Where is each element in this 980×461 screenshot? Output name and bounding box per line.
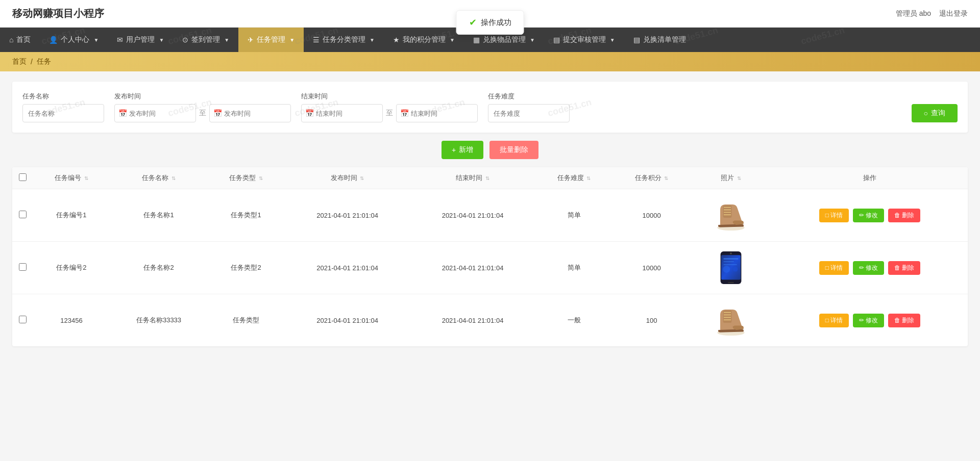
- header-right: 管理员 abo 退出登录: [896, 9, 968, 18]
- svg-rect-13: [724, 261, 734, 262]
- delete-button-1[interactable]: 🗑 删除: [888, 209, 920, 222]
- checkin-icon: ⊙: [182, 36, 188, 44]
- logout-link[interactable]: 退出登录: [939, 9, 968, 18]
- row-checkbox-input-1[interactable]: [19, 211, 27, 218]
- chevron-down-icon-2: ▼: [159, 37, 164, 43]
- svg-rect-11: [728, 282, 734, 283]
- edit-button-1[interactable]: ✏ 修改: [853, 209, 884, 222]
- th-task-name: 任务名称 ⇅: [110, 167, 207, 189]
- task-name-input[interactable]: [22, 104, 104, 122]
- th-score: 任务积分 ⇅: [613, 167, 691, 189]
- sidebar-item-profile[interactable]: 👤 个人中心 ▼: [40, 28, 108, 52]
- app-title: 移动网赚项目小程序: [12, 7, 104, 20]
- end-time-start-input[interactable]: [301, 104, 383, 122]
- breadcrumb-home[interactable]: 首页: [12, 57, 27, 66]
- th-photo: 照片 ⇅: [691, 167, 772, 189]
- cell-publish-time-3: 2021-04-01 21:01:04: [285, 294, 410, 347]
- detail-button-1[interactable]: □ 详情: [819, 209, 849, 222]
- filter-publish-time-label: 发布时间: [114, 92, 291, 101]
- edit-button-3[interactable]: ✏ 修改: [853, 314, 884, 327]
- th-checkbox: [12, 167, 33, 189]
- sort-icon-type: ⇅: [259, 175, 263, 181]
- cell-action-1: □ 详情 ✏ 修改 🗑 删除: [772, 189, 968, 242]
- sidebar-item-task-cat[interactable]: ☰ 任务分类管理 ▼: [304, 28, 384, 52]
- sort-icon-name: ⇅: [172, 175, 176, 181]
- row-checkbox-2: [12, 242, 33, 294]
- chevron-down-icon-8: ▼: [610, 37, 615, 43]
- photo-phone-2: [713, 250, 749, 286]
- search-button-group: x ○ 查询: [912, 93, 958, 122]
- end-time-start-wrap: 📅: [301, 104, 383, 122]
- delete-button-2[interactable]: 🗑 删除: [888, 261, 920, 275]
- search-icon: ○: [924, 109, 928, 117]
- nav-label-score: 我的积分管理: [403, 35, 446, 44]
- detail-button-2[interactable]: □ 详情: [819, 261, 849, 275]
- sort-icon-end: ⇅: [485, 175, 489, 181]
- cell-difficulty-2: 简单: [535, 242, 613, 294]
- exchange-icon: ▦: [473, 36, 480, 44]
- cell-action-2: □ 详情 ✏ 修改 🗑 删除: [772, 242, 968, 294]
- cell-photo-3: [691, 294, 772, 347]
- date-separator-1: 至: [199, 109, 206, 118]
- add-button[interactable]: + 新增: [442, 141, 483, 159]
- sidebar-item-users[interactable]: ✉ 用户管理 ▼: [108, 28, 173, 52]
- cell-task-type-2: 任务类型2: [207, 242, 285, 294]
- sort-icon-id: ⇅: [84, 175, 88, 181]
- date-separator-2: 至: [386, 109, 393, 118]
- breadcrumb-separator: /: [31, 58, 33, 66]
- sidebar-item-signin[interactable]: ⊙ 签到管理 ▼: [173, 28, 238, 52]
- filter-difficulty-group: 任务难度: [488, 92, 570, 122]
- row-checkbox-input-3[interactable]: [19, 316, 27, 323]
- detail-button-3[interactable]: □ 详情: [819, 314, 849, 327]
- end-time-end-input[interactable]: [396, 104, 478, 122]
- cell-photo-2: [691, 242, 772, 294]
- photo-boot-3: [713, 302, 749, 338]
- end-time-range: 📅 至 📅: [301, 104, 478, 122]
- publish-time-start-input[interactable]: [114, 104, 196, 122]
- edit-button-2[interactable]: ✏ 修改: [853, 261, 884, 275]
- filter-task-name-label: 任务名称: [22, 92, 104, 101]
- publish-time-end-wrap: 📅: [209, 104, 291, 122]
- search-button-label: 查询: [931, 109, 945, 118]
- sidebar-item-submit[interactable]: ▤ 提交审核管理 ▼: [544, 28, 624, 52]
- sidebar-item-exchange-list[interactable]: ▤ 兑换清单管理: [624, 28, 695, 52]
- batch-delete-button[interactable]: 批量删除: [489, 141, 538, 159]
- sidebar-item-home[interactable]: ⌂ 首页: [0, 28, 40, 52]
- sort-icon-score: ⇅: [664, 175, 668, 181]
- nav-label-tasks: 任务管理: [257, 35, 285, 44]
- cell-end-time-3: 2021-04-01 21:01:04: [410, 294, 535, 347]
- cell-score-1: 10000: [613, 189, 691, 242]
- delete-button-3[interactable]: 🗑 删除: [888, 314, 920, 327]
- cell-task-name-3: 任务名称33333: [110, 294, 207, 347]
- select-all-checkbox[interactable]: [19, 173, 27, 181]
- filter-section: 任务名称 发布时间 📅 至 📅: [12, 82, 968, 133]
- table-row: 123456 任务名称33333 任务类型 2021-04-01 21:01:0…: [12, 294, 968, 347]
- add-icon: +: [452, 146, 456, 154]
- task-difficulty-input[interactable]: [488, 104, 570, 122]
- toast-notification: ✔ 操作成功: [456, 10, 524, 35]
- score-icon: ★: [393, 36, 400, 44]
- toast-message: 操作成功: [481, 18, 511, 28]
- main-content: 任务名称 发布时间 📅 至 📅: [0, 71, 980, 356]
- chevron-down-icon-6: ▼: [450, 37, 455, 43]
- th-publish-time: 发布时间 ⇅: [285, 167, 410, 189]
- cell-action-3: □ 详情 ✏ 修改 🗑 删除: [772, 294, 968, 347]
- publish-time-end-input[interactable]: [209, 104, 291, 122]
- row-checkbox-input-2[interactable]: [19, 263, 27, 271]
- search-button[interactable]: ○ 查询: [912, 104, 958, 122]
- sidebar-item-tasks[interactable]: ✈ 任务管理 ▼: [238, 28, 304, 52]
- cell-task-id-2: 任务编号2: [33, 242, 110, 294]
- filter-end-time-label: 结束时间: [301, 92, 478, 101]
- home-icon: ⌂: [9, 36, 13, 44]
- cell-task-type-1: 任务类型1: [207, 189, 285, 242]
- th-action: 操作: [772, 167, 968, 189]
- submit-icon: ▤: [553, 36, 560, 44]
- sidebar-item-score[interactable]: ★ 我的积分管理 ▼: [384, 28, 464, 52]
- cell-task-name-1: 任务名称1: [110, 189, 207, 242]
- action-bar: + 新增 批量删除: [12, 141, 968, 159]
- th-task-id: 任务编号 ⇅: [33, 167, 110, 189]
- filter-difficulty-label: 任务难度: [488, 92, 570, 101]
- cell-task-name-2: 任务名称2: [110, 242, 207, 294]
- end-time-end-wrap: 📅: [396, 104, 478, 122]
- chevron-down-icon: ▼: [93, 37, 99, 43]
